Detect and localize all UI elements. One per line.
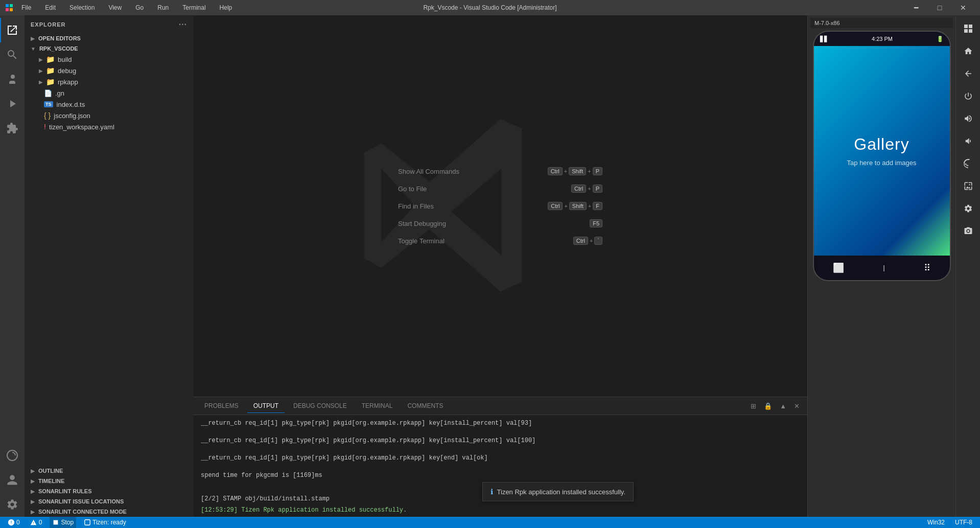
tree-item-indexdts[interactable]: TS index.d.ts <box>25 99 193 110</box>
panel-label: SONARLINT RULES <box>38 488 92 494</box>
status-encoding[interactable]: UTF-8 <box>952 517 975 528</box>
emulator-home-btn[interactable] <box>959 42 977 60</box>
panel-close-button[interactable]: ✕ <box>791 401 802 411</box>
editor-panel-area: Show All Commands Ctrl + Shift + P Go to… <box>193 15 807 517</box>
activity-accounts[interactable] <box>0 468 25 492</box>
emulator-settings-btn[interactable] <box>959 199 977 218</box>
cmd-keys: Ctrl + P <box>571 185 602 193</box>
panel-timeline[interactable]: ▶ TIMELINE <box>25 476 193 486</box>
editor-content: Show All Commands Ctrl + Shift + P Go to… <box>193 15 807 397</box>
tab-output[interactable]: OUTPUT <box>247 399 285 413</box>
emulator-area: M-7.0-x86 ▋▋ 4:23 PM 🔋 Gallery Tap here … <box>807 15 980 517</box>
tree-item-debug[interactable]: ▶ 📁 debug <box>25 65 193 76</box>
phone-app-body[interactable]: Gallery Tap here to add images <box>814 46 950 256</box>
chevron-icon: ▶ <box>31 478 35 484</box>
emulator-screenshot-btn[interactable] <box>959 177 977 195</box>
status-warnings[interactable]: 0 <box>28 517 45 528</box>
app-icon <box>5 4 13 12</box>
close-button[interactable]: ✕ <box>951 0 975 15</box>
log-line-success: [12:53:29] Tizen Rpk application install… <box>201 504 800 516</box>
emulator-back-btn[interactable] <box>959 64 977 83</box>
menu-selection[interactable]: Selection <box>66 2 98 13</box>
nav-back-icon[interactable]: ⬜ <box>833 262 844 273</box>
svg-rect-9 <box>54 520 58 525</box>
minimize-button[interactable]: ━ <box>904 0 928 15</box>
menu-bar[interactable]: File Edit Selection View Go Run Terminal… <box>18 2 235 13</box>
sidebar-more-options[interactable]: ··· <box>179 20 187 29</box>
tree-item-rpkapp[interactable]: ▶ 📁 rpkapp <box>25 76 193 87</box>
activity-settings[interactable] <box>0 492 25 517</box>
emulator-toolbar <box>955 15 980 517</box>
tab-debug-console[interactable]: DEBUG CONSOLE <box>287 399 353 413</box>
svg-rect-8 <box>969 29 972 33</box>
tizen-icon <box>84 519 91 526</box>
tab-problems[interactable]: PROBLEMS <box>198 399 245 413</box>
menu-help[interactable]: Help <box>217 2 236 13</box>
section-rpk-vscode[interactable]: ▼ RPK_VSCODE <box>25 43 193 54</box>
tree-item-gn[interactable]: 📄 .gn <box>25 87 193 99</box>
activity-bar <box>0 15 25 517</box>
title-bar-left: File Edit Selection View Go Run Terminal… <box>5 2 235 13</box>
error-icon <box>8 519 15 526</box>
phone-status-bar: ▋▋ 4:23 PM 🔋 <box>814 32 950 46</box>
cmd-keys: Ctrl + ` <box>573 237 602 245</box>
activity-explorer[interactable] <box>0 18 25 42</box>
cmd-label: Show All Commands <box>398 168 459 175</box>
menu-view[interactable]: View <box>105 2 125 13</box>
tree-item-label: jsconfig.json <box>54 112 90 120</box>
menu-go[interactable]: Go <box>132 2 147 13</box>
activity-extensions[interactable] <box>0 116 25 141</box>
menu-file[interactable]: File <box>18 2 34 13</box>
panel-lock-button[interactable]: 🔒 <box>761 401 775 411</box>
panel-sonarlint-rules[interactable]: ▶ SONARLINT RULES <box>25 486 193 496</box>
tab-comments[interactable]: COMMENTS <box>401 399 449 413</box>
activity-search[interactable] <box>0 42 25 67</box>
log-line-empty <box>201 446 800 452</box>
section-open-editors[interactable]: ▶ OPEN EDITORS <box>25 33 193 43</box>
status-platform[interactable]: Win32 <box>925 517 947 528</box>
panel-sonarlint-connected[interactable]: ▶ SONARLINT CONNECTED MODE <box>25 507 193 517</box>
activity-run[interactable] <box>0 91 25 116</box>
status-right: Win32 UTF-8 <box>925 517 975 528</box>
status-bar: 0 0 Stop Tizen: ready Win32 UTF-8 <box>0 517 980 528</box>
phone-frame: ▋▋ 4:23 PM 🔋 Gallery Tap here to add ima… <box>813 31 951 281</box>
tree-item-yaml[interactable]: ! tizen_workspace.yaml <box>25 121 193 132</box>
json-icon: { } <box>44 111 51 120</box>
tree-item-jsconfig[interactable]: { } jsconfig.json <box>25 110 193 121</box>
cmd-keys: F5 <box>590 219 602 227</box>
activity-source-control[interactable] <box>0 67 25 91</box>
panel-content: __return_cb req_id[1] pkg_type[rpk] pkgi… <box>193 415 807 517</box>
cmd-start-debug: Start Debugging F5 <box>398 219 602 227</box>
panel-maximize-button[interactable]: ▲ <box>777 401 789 411</box>
emulator-grid-btn[interactable] <box>959 19 977 38</box>
emulator-vol-up-btn[interactable] <box>959 109 977 128</box>
menu-edit[interactable]: Edit <box>42 2 59 13</box>
emulator-rotate-btn[interactable] <box>959 154 977 173</box>
emulator-camera-btn[interactable] <box>959 222 977 240</box>
key-ctrl: Ctrl <box>573 237 588 245</box>
key-p: P <box>593 167 602 175</box>
panel-outline[interactable]: ▶ OUTLINE <box>25 466 193 476</box>
emulator-vol-down-btn[interactable] <box>959 132 977 150</box>
menu-run[interactable]: Run <box>154 2 172 13</box>
panel-split-button[interactable]: ⊞ <box>748 401 759 411</box>
status-tizen[interactable]: Tizen: ready <box>81 517 129 528</box>
emulator-power-btn[interactable] <box>959 87 977 105</box>
status-stop[interactable]: Stop <box>50 517 76 528</box>
activity-remote[interactable] <box>0 443 25 468</box>
bottom-panels: ▶ OUTLINE ▶ TIMELINE ▶ SONARLINT RULES ▶… <box>25 466 193 517</box>
cmd-goto-file: Go to File Ctrl + P <box>398 185 602 193</box>
menu-terminal[interactable]: Terminal <box>179 2 208 13</box>
status-errors[interactable]: 0 <box>5 517 22 528</box>
nav-apps-icon[interactable]: ⠿ <box>924 262 930 273</box>
key-f: F <box>593 202 602 210</box>
nav-home-icon[interactable]: | <box>883 264 884 271</box>
warning-count: 0 <box>39 519 42 526</box>
tree-item-build[interactable]: ▶ 📁 build <box>25 54 193 65</box>
tab-terminal[interactable]: TERMINAL <box>356 399 399 413</box>
welcome-commands: Show All Commands Ctrl + Shift + P Go to… <box>398 167 602 245</box>
panel-sonarlint-issues[interactable]: ▶ SONARLINT ISSUE LOCATIONS <box>25 496 193 507</box>
svg-rect-6 <box>969 25 972 28</box>
maximize-button[interactable]: □ <box>928 0 951 15</box>
key-backtick: ` <box>594 237 602 245</box>
